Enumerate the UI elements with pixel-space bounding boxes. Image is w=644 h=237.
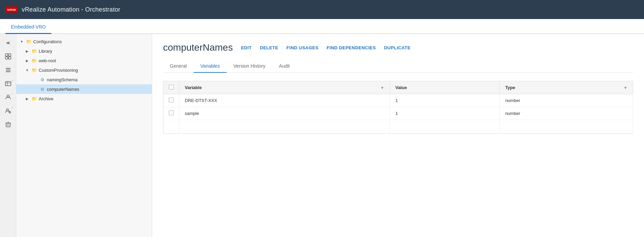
- tree-label-computernames: computerNames: [47, 87, 149, 92]
- tab-audit[interactable]: Audit: [272, 60, 297, 73]
- trash-icon[interactable]: [2, 118, 14, 131]
- folder-icon-archive: 📁: [31, 96, 37, 102]
- select-all-checkbox[interactable]: [169, 85, 174, 89]
- th-value: Value: [390, 81, 499, 94]
- empty-td-2: [179, 120, 390, 134]
- tab-embedded-vro[interactable]: Embedded-VRO: [5, 21, 51, 34]
- table-header-row: Variable ▼ Value Type ▼: [163, 81, 633, 94]
- find-dependencies-button[interactable]: FIND DEPENDENCIES: [327, 45, 376, 50]
- tree-label-web-root: web-root: [39, 58, 149, 63]
- folder-icon-library: 📁: [31, 48, 37, 54]
- td-checkbox-1: [163, 94, 179, 107]
- user-settings-icon[interactable]: ›: [2, 105, 14, 117]
- config-icon-computernames: ⚙: [39, 86, 46, 92]
- th-variable: Variable ▼: [179, 81, 390, 94]
- delete-button[interactable]: DELETE: [260, 45, 278, 50]
- svg-rect-3: [8, 57, 11, 59]
- inventory-icon[interactable]: ›: [2, 78, 14, 90]
- th-type-label: Type: [505, 85, 515, 90]
- vmw-logo: vmw: [5, 6, 18, 13]
- folder-icon-configurations: 📁: [26, 38, 32, 45]
- td-type-2: number: [500, 107, 633, 120]
- th-variable-label: Variable: [185, 85, 202, 90]
- table-row-empty: [163, 120, 633, 134]
- tree-label-customprovisioning: CustomProvisioning: [39, 68, 149, 73]
- svg-rect-4: [6, 68, 11, 69]
- tree-panel: ▼ 📁 Configurations ▶ 📁 Library ▶ 📁 web-r…: [16, 34, 152, 237]
- tab-variables[interactable]: Variables: [194, 60, 227, 73]
- th-value-label: Value: [395, 85, 407, 90]
- tree-item-computernames[interactable]: ▶ ⚙ computerNames: [16, 84, 152, 94]
- content-header: computerNames EDIT DELETE FIND USAGES FI…: [163, 42, 633, 53]
- tree-label-archive: Archive: [39, 96, 149, 101]
- tab-version-history[interactable]: Version History: [227, 60, 272, 73]
- tree-label-configurations: Configurations: [33, 39, 149, 44]
- app-title: vRealize Automation - Orchestrator: [22, 6, 120, 13]
- td-type-1: number: [500, 94, 633, 107]
- svg-rect-14: [6, 123, 10, 127]
- tree-label-library: Library: [39, 49, 149, 54]
- svg-rect-7: [5, 82, 11, 86]
- td-value-2: 1: [390, 107, 499, 120]
- find-usages-button[interactable]: FIND USAGES: [286, 45, 318, 50]
- collapse-icon[interactable]: ≪: [2, 37, 14, 49]
- sidebar-icons: ≪ ›: [0, 34, 16, 237]
- chevron-configurations: ▼: [19, 39, 24, 44]
- tree-item-customprovisioning[interactable]: ▼ 📁 CustomProvisioning: [16, 65, 152, 75]
- svg-rect-6: [6, 71, 11, 72]
- content-area: computerNames EDIT DELETE FIND USAGES FI…: [152, 34, 644, 237]
- sub-tabs: General Variables Version History Audit: [163, 60, 633, 73]
- tab-general[interactable]: General: [163, 60, 194, 73]
- row-2-checkbox[interactable]: [169, 111, 174, 115]
- empty-td-1: [163, 120, 179, 134]
- svg-rect-1: [8, 54, 11, 56]
- folder-icon-customprovisioning: 📁: [31, 67, 37, 73]
- variables-table: Variable ▼ Value Type ▼: [163, 81, 633, 134]
- empty-td-4: [500, 120, 633, 134]
- td-variable-1: DRE-DTST-XXX: [179, 94, 390, 107]
- tree-item-configurations[interactable]: ▼ 📁 Configurations: [16, 37, 152, 46]
- svg-rect-2: [5, 57, 8, 59]
- tree-label-namingschema: namingSchema: [47, 77, 149, 82]
- td-checkbox-2: [163, 107, 179, 120]
- tree-item-archive[interactable]: ▶ 📁 Archive: [16, 94, 152, 103]
- chevron-customprovisioning: ▼: [24, 67, 30, 73]
- tree-item-namingschema[interactable]: ▶ ⚙ namingSchema: [16, 75, 152, 84]
- row-1-checkbox[interactable]: [169, 98, 174, 102]
- chevron-archive: ▶: [24, 96, 30, 101]
- table-row: DRE-DTST-XXX 1 number: [163, 94, 633, 107]
- th-type: Type ▼: [500, 81, 633, 94]
- edit-button[interactable]: EDIT: [241, 45, 252, 50]
- tree-item-web-root[interactable]: ▶ 📁 web-root: [16, 56, 152, 65]
- config-icon-namingschema: ⚙: [39, 77, 46, 83]
- library-icon[interactable]: [2, 64, 14, 76]
- svg-rect-5: [6, 70, 11, 70]
- folder-icon-web-root: 📁: [31, 57, 37, 64]
- svg-point-11: [6, 109, 8, 111]
- td-variable-2: sample: [179, 107, 390, 120]
- tab-bar: Embedded-VRO: [0, 19, 644, 34]
- svg-rect-0: [5, 54, 8, 56]
- th-checkbox: [163, 81, 179, 94]
- table-row: sample 1 number: [163, 107, 633, 120]
- dashboard-icon[interactable]: [2, 50, 14, 63]
- top-header: vmw vRealize Automation - Orchestrator: [0, 0, 644, 19]
- variable-filter-icon[interactable]: ▼: [380, 86, 384, 90]
- main-layout: ≪ ›: [0, 34, 644, 237]
- type-filter-icon[interactable]: ▼: [624, 86, 627, 90]
- chevron-library: ▶: [24, 48, 30, 54]
- tree-item-library[interactable]: ▶ 📁 Library: [16, 46, 152, 56]
- content-title: computerNames: [163, 42, 233, 53]
- empty-td-3: [390, 120, 499, 134]
- duplicate-button[interactable]: DUPLICATE: [384, 45, 411, 50]
- users-icon[interactable]: ›: [2, 91, 14, 103]
- chevron-web-root: ▶: [24, 58, 30, 63]
- td-value-1: 1: [390, 94, 499, 107]
